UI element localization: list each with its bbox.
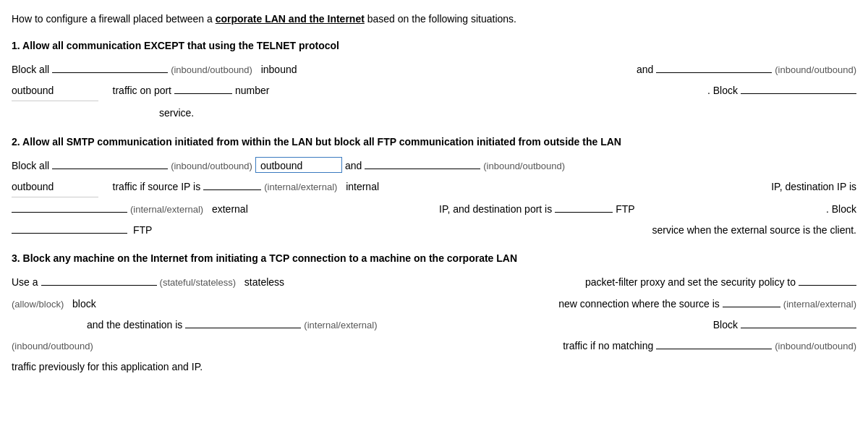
section-3: 3. Block any machine on the Internet fro… xyxy=(12,251,856,376)
s2l3-block: . Block xyxy=(826,200,856,218)
s3l4-blank1[interactable] xyxy=(656,338,772,349)
section-2-line-3: (internal/external) external IP, and des… xyxy=(12,200,856,218)
section-3-line-2: (allow/block) block new connection where… xyxy=(12,295,856,313)
section-3-line-4: (inbound/outbound) traffic if no matchin… xyxy=(12,337,856,355)
s2l2-internal: internal xyxy=(340,178,379,196)
s3l2-new-conn: new connection where the source is xyxy=(558,295,720,313)
s2l2-hint1: (internal/external) xyxy=(264,179,337,195)
s1l1-hint2: (inbound/outbound) xyxy=(775,61,856,78)
s1l1-inbound: inbound xyxy=(255,61,297,79)
s1l1-blank1[interactable] xyxy=(52,61,168,73)
section-1-title: 1. Allow all communication EXCEPT that u… xyxy=(12,38,856,54)
s3l1-packet: packet-filter proxy and set the security… xyxy=(585,273,796,291)
s2l2-blank1[interactable] xyxy=(203,179,261,190)
s3l3-blank1[interactable] xyxy=(185,317,301,328)
s1l1-blank2[interactable] xyxy=(656,61,772,73)
section-3-line-1: Use a (stateful/stateless) stateless pac… xyxy=(12,273,856,291)
s2l3-hint1: (internal/external) xyxy=(130,201,203,218)
intro-text-before: How to configure a firewall placed betwe… xyxy=(12,13,216,25)
s1l2-block: . Block xyxy=(707,82,738,100)
s2l4-ftp: FTP xyxy=(130,221,152,239)
s3l4-hint1: (inbound/outbound) xyxy=(12,338,93,354)
section-2-line-2: outbound traffic if source IP is (intern… xyxy=(12,178,856,197)
s1l2-number: number xyxy=(235,82,269,100)
s2l2-outbound: outbound xyxy=(12,178,98,197)
s3l2-block: block xyxy=(67,295,95,313)
section-3-line-5: traffic previously for this application … xyxy=(12,358,856,376)
s3l4-traffic: traffic if no matching xyxy=(563,337,653,355)
section-2: 2. Allow all SMTP communication initiate… xyxy=(12,135,856,240)
section-1-line-1: Block all (inbound/outbound) inbound and… xyxy=(12,61,856,79)
s2l4-service: service when the external source is the … xyxy=(652,221,856,239)
s3l3-blank2[interactable] xyxy=(741,317,856,328)
section-3-title: 3. Block any machine on the Internet fro… xyxy=(12,251,856,266)
s2l1-outbound: outbound xyxy=(255,157,342,173)
s3l1-stateless: stateless xyxy=(239,273,284,291)
s3l3-hint1: (internal/external) xyxy=(304,317,377,333)
s1l1-hint1: (inbound/outbound) xyxy=(171,61,252,78)
s2l2-text1: traffic if source IP is xyxy=(101,178,200,196)
s2l1-hint1: (inbound/outbound) xyxy=(171,158,252,174)
s1l2-outbound: outbound xyxy=(12,82,98,101)
section-2-title: 2. Allow all SMTP communication initiate… xyxy=(12,135,856,150)
intro-link: corporate LAN and the Internet xyxy=(216,13,365,25)
s2l1-blank1[interactable] xyxy=(52,158,168,169)
section-1-line-3: service. xyxy=(12,104,856,122)
s2l3-blank1[interactable] xyxy=(12,201,127,213)
intro-text-after: based on the following situations. xyxy=(365,13,516,25)
s1l2-blank2[interactable] xyxy=(741,82,856,94)
s3l3-dest-text: and the destination is xyxy=(87,316,182,334)
s2l1-hint2: (inbound/outbound) xyxy=(483,158,565,174)
s3l1-hint1: (stateful/stateless) xyxy=(160,274,237,291)
s2l1-blank2[interactable] xyxy=(365,158,480,169)
s3l4-hint2: (inbound/outbound) xyxy=(775,338,856,354)
s3l1-use-a: Use a xyxy=(12,273,38,291)
s2l1-and: and xyxy=(345,157,362,175)
s2l3-ftp: FTP xyxy=(616,200,634,218)
section-2-line-4: FTP service when the external source is … xyxy=(12,221,856,239)
s1l3-service: service. xyxy=(159,104,194,122)
s2l3-blank2[interactable] xyxy=(555,201,613,213)
section-3-line-3: and the destination is (internal/externa… xyxy=(12,316,856,334)
s1l2-text1: traffic on port xyxy=(101,82,171,100)
section-2-line-1: Block all (inbound/outbound) outbound an… xyxy=(12,157,856,175)
s3l1-blank1[interactable] xyxy=(41,274,157,286)
s2l1-text1: Block all xyxy=(12,157,49,175)
s2l3-external: external xyxy=(206,200,248,218)
s1l2-blank1[interactable] xyxy=(174,82,232,94)
s2l4-blank1[interactable] xyxy=(12,222,127,234)
s3l1-blank2[interactable] xyxy=(799,274,856,286)
section-1-line-2: outbound traffic on port number . Block xyxy=(12,82,856,101)
section-1: 1. Allow all communication EXCEPT that u… xyxy=(12,38,856,123)
s3l5-text: traffic previously for this application … xyxy=(12,358,203,376)
s1l1-and: and xyxy=(637,61,653,79)
s2l3-dest-port: IP, and destination port is xyxy=(439,200,552,218)
s3l2-hint1: (allow/block) xyxy=(12,296,64,312)
intro-paragraph: How to configure a firewall placed betwe… xyxy=(12,12,856,27)
s3l3-block: Block xyxy=(713,316,738,334)
s1l1-text1: Block all xyxy=(12,61,49,79)
s3l2-blank1[interactable] xyxy=(723,296,780,307)
s3l2-hint2: (internal/external) xyxy=(783,296,856,312)
s2l2-dest: IP, destination IP is xyxy=(771,178,856,196)
